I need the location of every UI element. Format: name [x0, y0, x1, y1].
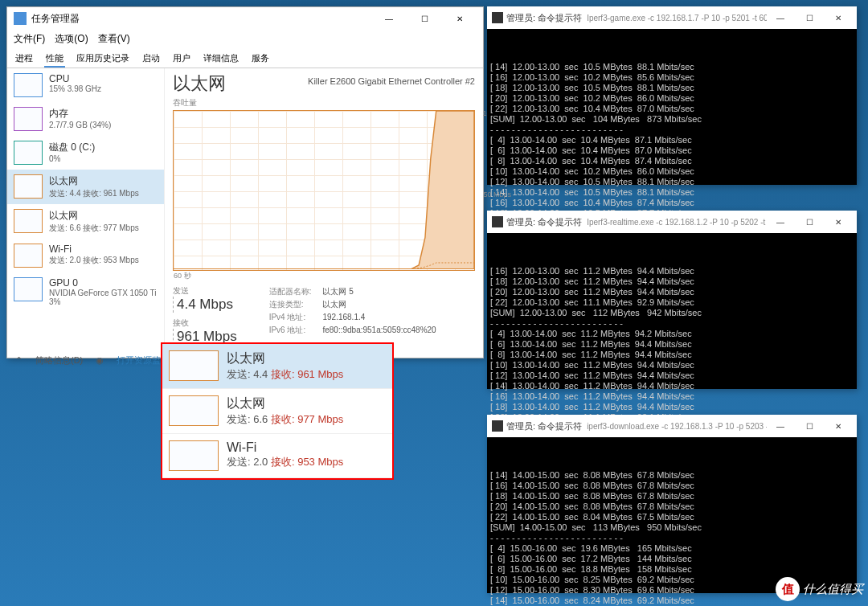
item-sub: 0%: [49, 154, 158, 163]
term-cmd: Iperf3-realtime.exe -c 192.168.1.2 -P 10…: [587, 217, 767, 227]
recv-label: 接收: [173, 317, 237, 329]
callout-row[interactable]: Wi-Fi发送: 2.0 接收: 953 Mbps: [162, 434, 392, 478]
item-name: 内存: [49, 107, 158, 121]
perf-main: 以太网 Killer E2600 Gigabit Ethernet Contro…: [165, 68, 483, 350]
close-button[interactable]: ✕: [825, 10, 852, 26]
app-icon: [14, 12, 27, 25]
send-label: 发送: [173, 285, 237, 297]
thumb-icon: [14, 107, 43, 131]
cmd-icon: [492, 420, 503, 432]
term-cmd: iperf3-download.exe -c 192.168.1.3 -P 10…: [587, 421, 767, 432]
thumb-icon: [14, 73, 43, 97]
prop-row: IPv6 地址: fe80::9dba:951a:5059:cc48%20: [269, 324, 436, 337]
tab[interactable]: 进程: [14, 51, 35, 68]
item-sub: 发送: 2.0 接收: 953 Mbps: [49, 255, 158, 266]
thumb-icon: [169, 440, 219, 471]
sidebar-item[interactable]: CPU15% 3.98 GHz: [7, 68, 164, 102]
chevron-up-icon[interactable]: ⌃: [15, 355, 23, 366]
prop-row: 适配器名称: 以太网 5: [269, 285, 436, 298]
close-button[interactable]: ✕: [825, 418, 852, 434]
stats: 发送 4.4 Mbps 接收 961 Mbps 适配器名称: 以太网 5连接类型…: [173, 285, 475, 350]
window-controls: — ☐ ✕: [372, 10, 477, 27]
x-label: 60 秒: [174, 271, 191, 281]
tab[interactable]: 应用历史记录: [75, 51, 131, 68]
item-name: 磁盘 0 (C:): [49, 141, 158, 154]
maximize-button[interactable]: ☐: [796, 10, 823, 26]
chart-label: 吞吐量: [173, 97, 475, 109]
sidebar-item[interactable]: 内存2.7/7.9 GB (34%): [7, 102, 164, 136]
tab[interactable]: 性能: [44, 51, 65, 68]
perf-sidebar: CPU15% 3.98 GHz内存2.7/7.9 GB (34%)磁盘 0 (C…: [7, 68, 165, 350]
minimize-button[interactable]: —: [372, 10, 406, 27]
tab-bar: 进程性能应用历史记录启动用户详细信息服务: [7, 48, 483, 68]
menu-bar: 文件(F)选项(O)查看(V): [7, 30, 483, 48]
tab[interactable]: 启动: [141, 51, 162, 68]
zoom-callout: 以太网发送: 4.4 接收: 961 Mbps以太网发送: 6.6 接收: 97…: [161, 342, 394, 480]
sidebar-item[interactable]: 以太网发送: 4.4 接收: 961 Mbps: [7, 170, 164, 204]
item-name: 以太网: [49, 209, 158, 223]
cmd-icon: [492, 216, 503, 227]
adapter-name: 以太网: [227, 350, 343, 367]
sidebar-item[interactable]: GPU 0NVIDIA GeForce GTX 1050 Ti 3%: [7, 272, 164, 311]
term-title: 管理员: 命令提示符: [506, 217, 582, 227]
sidebar-item[interactable]: 磁盘 0 (C:)0%: [7, 136, 164, 170]
terminal-window-2[interactable]: 管理员: 命令提示符Iperf3-realtime.exe -c 192.168…: [487, 211, 857, 389]
callout-row[interactable]: 以太网发送: 6.6 接收: 977 Mbps: [162, 389, 392, 434]
adapter-stats: 发送: 4.4 接收: 961 Mbps: [227, 367, 343, 382]
titlebar[interactable]: 任务管理器 — ☐ ✕: [7, 7, 483, 30]
thumb-icon: [14, 277, 43, 301]
adapter-name: Killer E2600 Gigabit Ethernet Controller…: [308, 76, 475, 86]
thumb-icon: [169, 395, 219, 426]
terminal-window-1[interactable]: 管理员: 命令提示符Iperf3-game.exe -c 192.168.1.7…: [487, 6, 857, 185]
close-button[interactable]: ✕: [443, 10, 477, 27]
callout-row[interactable]: 以太网发送: 4.4 接收: 961 Mbps: [162, 344, 392, 389]
thumb-icon: [14, 174, 43, 199]
adapter-stats: 发送: 6.6 接收: 977 Mbps: [227, 412, 343, 427]
adapter-name: 以太网: [227, 395, 343, 412]
watermark-badge: 值: [776, 577, 800, 601]
term-title: 管理员: 命令提示符: [506, 421, 582, 432]
thumb-icon: [14, 209, 43, 233]
menu-item[interactable]: 查看(V): [98, 32, 130, 46]
maximize-button[interactable]: ☐: [796, 214, 823, 230]
thumb-icon: [169, 350, 219, 381]
prop-row: IPv4 地址: 192.168.1.4: [269, 311, 436, 324]
item-sub: 发送: 6.6 接收: 977 Mbps: [49, 223, 158, 234]
task-manager-window: 任务管理器 — ☐ ✕ 文件(F)选项(O)查看(V) 进程性能应用历史记录启动…: [6, 6, 484, 358]
item-sub: 2.7/7.9 GB (34%): [49, 121, 158, 129]
item-name: 以太网: [49, 174, 158, 188]
sidebar-item[interactable]: 以太网发送: 6.6 接收: 977 Mbps: [7, 204, 164, 239]
throughput-chart: 100 Mbps 50 Mbps 60 秒: [173, 110, 475, 271]
minimize-button[interactable]: —: [767, 214, 794, 230]
adapter-properties: 适配器名称: 以太网 5连接类型: 以太网IPv4 地址: 192.168.1.…: [269, 285, 436, 350]
fewer-details-link[interactable]: 简略信息(D): [35, 354, 83, 366]
term-cmd: Iperf3-game.exe -c 192.168.1.7 -P 10 -p …: [587, 13, 767, 23]
item-name: GPU 0: [49, 277, 158, 289]
item-sub: 15% 3.98 GHz: [49, 84, 158, 93]
window-title: 任务管理器: [31, 12, 80, 26]
item-sub: NVIDIA GeForce GTX 1050 Ti 3%: [49, 289, 158, 306]
prop-row: 连接类型: 以太网: [269, 298, 436, 311]
menu-item[interactable]: 文件(F): [14, 32, 45, 46]
adapter-name: Wi-Fi: [227, 440, 343, 455]
item-sub: 发送: 4.4 接收: 961 Mbps: [49, 188, 158, 199]
minimize-button[interactable]: —: [767, 10, 794, 26]
tab[interactable]: 详细信息: [202, 51, 240, 68]
tab[interactable]: 服务: [250, 51, 271, 68]
terminal-window-3[interactable]: 管理员: 命令提示符iperf3-download.exe -c 192.168…: [487, 415, 857, 593]
item-name: Wi-Fi: [49, 244, 158, 255]
thumb-icon: [14, 141, 43, 165]
sidebar-item[interactable]: Wi-Fi发送: 2.0 接收: 953 Mbps: [7, 239, 164, 272]
item-name: CPU: [49, 73, 158, 84]
maximize-button[interactable]: ☐: [407, 10, 441, 27]
watermark: 值什么值得买: [776, 577, 863, 601]
tab[interactable]: 用户: [171, 51, 192, 68]
send-value: 4.4 Mbps: [173, 297, 237, 313]
adapter-stats: 发送: 2.0 接收: 953 Mbps: [227, 455, 343, 469]
menu-item[interactable]: 选项(O): [55, 32, 88, 46]
close-button[interactable]: ✕: [825, 214, 852, 230]
thumb-icon: [14, 244, 43, 268]
maximize-button[interactable]: ☐: [796, 418, 823, 434]
monitor-icon: ◉: [96, 355, 104, 366]
minimize-button[interactable]: —: [767, 418, 794, 434]
